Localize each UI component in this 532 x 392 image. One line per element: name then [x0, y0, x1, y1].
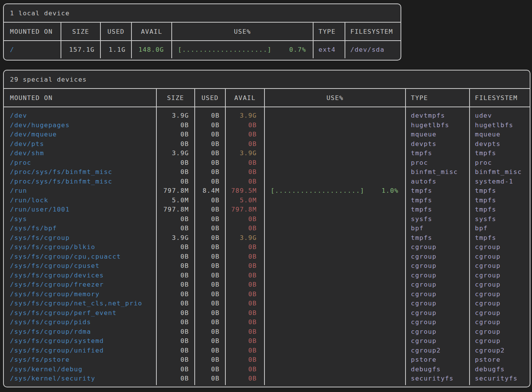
table-row: /sys/fs/cgroup/blkio0B0B0Bcgroupcgroup — [4, 243, 530, 252]
avail-cell: 0B — [225, 243, 264, 252]
used-cell: 0B — [195, 261, 225, 271]
column-divider — [194, 89, 195, 385]
column-divider — [313, 23, 314, 58]
used-cell: 0B — [195, 233, 225, 243]
mount-cell: /proc — [4, 158, 156, 168]
usage-bar-cell — [264, 355, 406, 365]
table-row: /sys/fs/cgroup3.9G0B3.9Gtmpfstmpfs — [4, 233, 530, 243]
avail-cell: 3.9G — [225, 149, 264, 158]
filesystem-cell: tmpfs — [470, 196, 530, 205]
usage-bar-cell — [264, 243, 406, 252]
type-cell: cgroup — [406, 290, 470, 299]
table-row: /dev/hugepages0B0B0Bhugetlbfshugetlbfs — [4, 121, 530, 130]
avail-cell: 0B — [225, 374, 264, 384]
column-header-avail: AVAIL — [131, 28, 172, 35]
filesystem-cell: cgroup — [470, 299, 530, 308]
mount-cell: /dev/pts — [4, 139, 156, 149]
filesystem-cell: hugetlbfs — [470, 121, 530, 130]
mount-cell: /sys/fs/pstore — [4, 355, 156, 365]
type-cell: cgroup — [406, 271, 470, 280]
filesystem-cell: cgroup — [470, 271, 530, 280]
type-cell: tmpfs — [406, 186, 470, 196]
size-cell: 3.9G — [156, 233, 195, 243]
table-row: /dev/shm3.9G0B3.9Gtmpfstmpfs — [4, 149, 530, 158]
mount-cell: /sys — [4, 215, 156, 224]
size-cell: 0B — [156, 177, 195, 187]
usage-bar-cell — [264, 167, 406, 177]
usage-bar-cell — [264, 374, 406, 384]
usage-bar-cell — [264, 224, 406, 233]
type-cell: debugfs — [406, 365, 470, 374]
type-cell: tmpfs — [406, 149, 470, 158]
special-devices-rows: /dev3.9G0B3.9Gdevtmpfsudev/dev/hugepages… — [4, 107, 530, 385]
size-cell: 0B — [156, 318, 195, 327]
avail-cell: 0B — [225, 318, 264, 327]
usage-bar-cell — [264, 290, 406, 299]
special-devices-grid: MOUNTED ON SIZE USED AVAIL USE% TYPE FIL… — [4, 89, 530, 385]
type-cell: binfmt_misc — [406, 167, 470, 177]
used-cell: 0B — [195, 327, 225, 337]
usage-bar-cell — [264, 261, 406, 271]
usage-bar-cell — [264, 121, 406, 130]
used-cell: 0B — [195, 177, 225, 187]
type-cell: securityfs — [406, 374, 470, 384]
used-cell: 0B — [195, 139, 225, 149]
column-divider — [264, 89, 265, 385]
column-divider — [100, 23, 101, 58]
special-devices-title: 29 special devices — [4, 71, 530, 89]
table-row: /sys/fs/cgroup/freezer0B0B0Bcgroupcgroup — [4, 280, 530, 290]
column-header-filesystem: FILESYSTEM — [470, 94, 530, 102]
size-cell: 0B — [156, 167, 195, 177]
column-divider — [225, 89, 226, 385]
table-row: /sys/fs/cgroup/net_cls,net_prio0B0B0Bcgr… — [4, 299, 530, 308]
type-cell: proc — [406, 158, 470, 168]
column-header-mounted-on: MOUNTED ON — [4, 28, 61, 35]
mount-cell: / — [4, 41, 61, 58]
size-cell: 0B — [156, 355, 195, 365]
usage-bar-cell — [264, 158, 406, 168]
type-cell: cgroup — [406, 308, 470, 318]
avail-cell: 5.0M — [225, 196, 264, 205]
column-divider — [131, 23, 132, 58]
size-cell: 0B — [156, 327, 195, 337]
local-devices-title: 1 local device — [4, 4, 401, 23]
table-row: /run/lock5.0M0B5.0Mtmpfstmpfs — [4, 196, 530, 205]
used-cell: 8.4M — [195, 186, 225, 196]
size-cell: 797.8M — [156, 205, 195, 215]
type-cell: tmpfs — [406, 233, 470, 243]
avail-cell: 0B — [225, 158, 264, 168]
filesystem-cell: securityfs — [470, 374, 530, 384]
size-cell: 0B — [156, 252, 195, 262]
avail-cell: 0B — [225, 139, 264, 149]
type-cell: sysfs — [406, 215, 470, 224]
type-cell: tmpfs — [406, 196, 470, 205]
mount-cell: /run/lock — [4, 196, 156, 205]
used-cell: 0B — [195, 205, 225, 215]
avail-cell: 0B — [225, 308, 264, 318]
size-cell: 0B — [156, 158, 195, 168]
column-header-used: USED — [100, 28, 131, 35]
used-cell: 0B — [195, 196, 225, 205]
size-cell: 0B — [156, 374, 195, 384]
usage-bar-cell — [264, 111, 406, 121]
usage-bar-cell — [264, 365, 406, 374]
table-row: /dev/pts0B0B0Bdevptsdevpts — [4, 139, 530, 149]
mount-cell: /sys/fs/cgroup/memory — [4, 290, 156, 299]
size-cell: 0B — [156, 261, 195, 271]
mount-cell: /sys/fs/cgroup/freezer — [4, 280, 156, 290]
size-cell: 0B — [156, 224, 195, 233]
size-cell: 0B — [156, 139, 195, 149]
avail-cell: 0B — [225, 130, 264, 139]
avail-cell: 797.8M — [225, 205, 264, 215]
usage-bar-cell — [264, 280, 406, 290]
used-cell: 0B — [195, 299, 225, 308]
mount-cell: /dev/shm — [4, 149, 156, 158]
avail-cell: 0B — [225, 280, 264, 290]
column-header-type: TYPE — [313, 28, 345, 35]
mount-cell: /sys/fs/cgroup/systemd — [4, 336, 156, 346]
size-cell: 0B — [156, 215, 195, 224]
avail-cell: 0B — [225, 355, 264, 365]
size-cell: 0B — [156, 308, 195, 318]
avail-cell: 0B — [225, 299, 264, 308]
avail-cell: 0B — [225, 121, 264, 130]
